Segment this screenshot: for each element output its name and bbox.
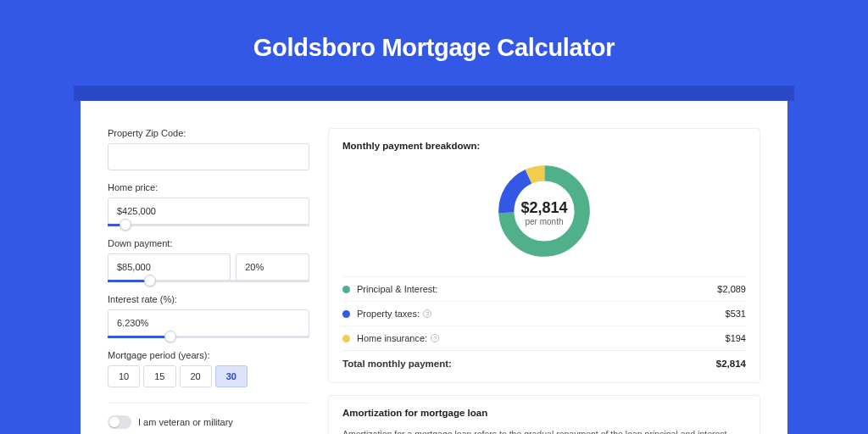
period-btn-20[interactable]: 20 [180,365,212,387]
total-label: Total monthly payment: [342,359,716,369]
price-label: Home price: [108,182,309,192]
total-row: Total monthly payment: $2,814 [342,350,746,370]
price-slider[interactable] [108,224,309,226]
legend-row-taxes: Property taxes: ? $531 [342,301,746,326]
rate-slider[interactable] [108,336,309,338]
price-field: Home price: [108,182,309,226]
period-btn-30[interactable]: 30 [215,365,248,387]
donut-chart: $2,814 per month [342,161,746,264]
info-icon[interactable]: ? [423,309,431,318]
page-title: Goldsboro Mortgage Calculator [81,34,787,62]
period-btn-10[interactable]: 10 [108,365,140,387]
breakdown-title: Monthly payment breakdown: [342,141,746,151]
total-value: $2,814 [716,359,746,369]
donut-sub: per month [520,217,567,226]
price-input[interactable] [108,198,309,225]
dot-taxes [342,310,350,318]
veteran-label: I am veteran or military [138,417,233,427]
down-slider-thumb[interactable] [144,275,156,287]
down-label: Down payment: [108,238,309,248]
legend-label-taxes: Property taxes: ? [357,309,726,319]
legend-text-insurance: Home insurance: [357,333,427,343]
results-panel: Monthly payment breakdown: $2,814 per mo… [328,128,760,434]
dot-insurance [342,335,350,342]
veteran-row: I am veteran or military [108,403,309,429]
legend-row-principal: Principal & Interest: $2,089 [342,276,746,301]
down-pct-input[interactable] [236,253,309,281]
rate-label: Interest rate (%): [108,294,309,304]
amort-text: Amortization for a mortgage loan refers … [342,428,746,434]
toggle-knob [109,417,120,427]
down-field: Down payment: [108,238,309,282]
donut-total: $2,814 [520,199,567,217]
zip-label: Property Zip Code: [108,128,309,138]
rate-input[interactable] [108,309,309,337]
zip-field: Property Zip Code: [108,128,309,170]
rate-slider-thumb[interactable] [164,331,176,342]
info-icon[interactable]: ? [431,334,439,342]
down-amount-input[interactable] [108,253,231,281]
dot-principal [342,286,350,293]
down-slider[interactable] [108,280,309,282]
rate-field: Interest rate (%): [108,294,309,338]
legend-val-taxes: $531 [726,309,746,319]
legend-val-insurance: $194 [726,333,746,343]
calculator-card: Property Zip Code: Home price: Down paym… [81,101,787,434]
price-slider-thumb[interactable] [120,219,131,231]
legend-text-taxes: Property taxes: [357,309,420,319]
period-options: 10 15 20 30 [108,365,309,387]
amortization-panel: Amortization for mortgage loan Amortizat… [328,395,760,434]
breakdown-panel: Monthly payment breakdown: $2,814 per mo… [328,128,760,383]
zip-input[interactable] [108,143,309,170]
legend-label-principal: Principal & Interest: [357,284,717,294]
legend-val-principal: $2,089 [717,284,746,294]
legend-label-insurance: Home insurance: ? [357,333,726,343]
input-panel: Property Zip Code: Home price: Down paym… [108,128,309,434]
veteran-toggle[interactable] [108,415,131,429]
amort-title: Amortization for mortgage loan [342,408,746,418]
period-label: Mortgage period (years): [108,350,309,360]
card-shadow [74,86,794,101]
period-field: Mortgage period (years): 10 15 20 30 [108,350,309,387]
period-btn-15[interactable]: 15 [143,365,175,387]
legend-row-insurance: Home insurance: ? $194 [342,326,746,350]
